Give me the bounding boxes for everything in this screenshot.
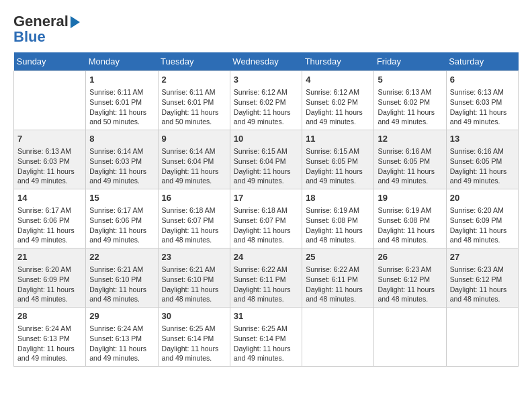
day-cell: 3Sunrise: 6:12 AMSunset: 6:02 PMDaylight… [230,71,302,130]
col-header-tuesday: Tuesday [158,52,230,71]
sunset-text: Sunset: 6:10 PM [89,275,154,285]
sunset-text: Sunset: 6:01 PM [162,97,226,107]
week-row-1: 1Sunrise: 6:11 AMSunset: 6:01 PMDaylight… [14,71,519,130]
sunrise-text: Sunrise: 6:11 AM [89,87,154,97]
day-number: 4 [306,74,370,86]
daylight-text: Daylight: 11 hours and 49 minutes. [306,167,370,186]
day-cell: 15Sunrise: 6:17 AMSunset: 6:06 PMDayligh… [86,189,158,248]
sunrise-text: Sunrise: 6:22 AM [306,265,370,275]
day-cell [446,307,518,366]
col-header-sunday: Sunday [14,52,86,71]
week-row-3: 14Sunrise: 6:17 AMSunset: 6:06 PMDayligh… [14,189,519,248]
daylight-text: Daylight: 11 hours and 49 minutes. [378,167,442,186]
daylight-text: Daylight: 11 hours and 48 minutes. [450,285,515,304]
day-number: 23 [162,251,226,263]
week-row-4: 21Sunrise: 6:20 AMSunset: 6:09 PMDayligh… [14,248,519,308]
day-cell: 4Sunrise: 6:12 AMSunset: 6:02 PMDaylight… [302,71,374,130]
day-cell [14,71,86,130]
day-cell [374,307,446,366]
logo-blue: Blue [13,28,80,46]
sunrise-text: Sunrise: 6:19 AM [378,205,442,216]
day-cell: 8Sunrise: 6:14 AMSunset: 6:03 PMDaylight… [86,130,158,189]
daylight-text: Daylight: 11 hours and 49 minutes. [450,167,515,186]
sunset-text: Sunset: 6:03 PM [450,97,515,107]
sunrise-text: Sunrise: 6:13 AM [450,87,515,97]
sunset-text: Sunset: 6:06 PM [17,216,82,226]
daylight-text: Daylight: 11 hours and 48 minutes. [306,285,370,304]
day-cell: 21Sunrise: 6:20 AMSunset: 6:09 PMDayligh… [14,248,86,308]
sunrise-text: Sunrise: 6:14 AM [162,146,226,156]
day-cell: 25Sunrise: 6:22 AMSunset: 6:11 PMDayligh… [302,248,374,308]
sunset-text: Sunset: 6:08 PM [306,216,370,226]
col-header-monday: Monday [86,52,158,71]
sunset-text: Sunset: 6:05 PM [378,156,442,167]
sunset-text: Sunset: 6:04 PM [234,156,298,167]
sunset-text: Sunset: 6:11 PM [234,275,298,285]
col-header-saturday: Saturday [446,52,518,71]
daylight-text: Daylight: 11 hours and 49 minutes. [89,226,154,245]
daylight-text: Daylight: 11 hours and 49 minutes. [450,107,515,127]
day-cell: 17Sunrise: 6:18 AMSunset: 6:07 PMDayligh… [230,189,302,248]
sunset-text: Sunset: 6:14 PM [234,334,298,344]
day-cell: 7Sunrise: 6:13 AMSunset: 6:03 PMDaylight… [14,130,86,189]
day-cell: 23Sunrise: 6:21 AMSunset: 6:10 PMDayligh… [158,248,230,308]
daylight-text: Daylight: 11 hours and 48 minutes. [306,226,370,245]
sunset-text: Sunset: 6:02 PM [234,97,298,107]
day-cell: 6Sunrise: 6:13 AMSunset: 6:03 PMDaylight… [446,71,518,130]
sunset-text: Sunset: 6:11 PM [306,275,370,285]
day-number: 19 [378,192,442,204]
logo-text: General [13,13,69,30]
sunset-text: Sunset: 6:12 PM [450,275,515,285]
sunset-text: Sunset: 6:02 PM [378,97,442,107]
sunrise-text: Sunrise: 6:11 AM [162,87,226,97]
day-number: 18 [306,192,370,204]
sunset-text: Sunset: 6:14 PM [162,334,226,344]
sunrise-text: Sunrise: 6:16 AM [450,146,515,156]
sunset-text: Sunset: 6:07 PM [162,216,226,226]
sunrise-text: Sunrise: 6:25 AM [162,324,226,334]
day-cell: 1Sunrise: 6:11 AMSunset: 6:01 PMDaylight… [86,71,158,130]
day-cell: 29Sunrise: 6:24 AMSunset: 6:13 PMDayligh… [86,307,158,366]
day-cell: 18Sunrise: 6:19 AMSunset: 6:08 PMDayligh… [302,189,374,248]
day-cell: 19Sunrise: 6:19 AMSunset: 6:08 PMDayligh… [374,189,446,248]
day-number: 27 [450,251,515,263]
sunrise-text: Sunrise: 6:16 AM [378,146,442,156]
day-cell: 14Sunrise: 6:17 AMSunset: 6:06 PMDayligh… [14,189,86,248]
col-header-wednesday: Wednesday [230,52,302,71]
sunrise-text: Sunrise: 6:17 AM [17,205,82,216]
logo: General Blue [13,13,80,46]
daylight-text: Daylight: 11 hours and 48 minutes. [234,226,298,245]
daylight-text: Daylight: 11 hours and 49 minutes. [89,344,154,363]
day-cell: 28Sunrise: 6:24 AMSunset: 6:13 PMDayligh… [14,307,86,366]
day-number: 12 [378,133,442,145]
daylight-text: Daylight: 11 hours and 49 minutes. [162,167,226,186]
day-number: 5 [378,74,442,86]
sunset-text: Sunset: 6:02 PM [306,97,370,107]
sunset-text: Sunset: 6:13 PM [89,334,154,344]
daylight-text: Daylight: 11 hours and 50 minutes. [89,107,154,127]
day-number: 29 [89,310,154,322]
day-number: 22 [89,251,154,263]
sunset-text: Sunset: 6:09 PM [17,275,82,285]
daylight-text: Daylight: 11 hours and 49 minutes. [234,344,298,363]
sunrise-text: Sunrise: 6:12 AM [306,87,370,97]
logo-arrow-icon [71,16,80,28]
sunset-text: Sunset: 6:12 PM [378,275,442,285]
day-cell: 9Sunrise: 6:14 AMSunset: 6:04 PMDaylight… [158,130,230,189]
daylight-text: Daylight: 11 hours and 48 minutes. [17,285,82,304]
daylight-text: Daylight: 11 hours and 50 minutes. [162,107,226,127]
sunset-text: Sunset: 6:04 PM [162,156,226,167]
daylight-text: Daylight: 11 hours and 49 minutes. [162,344,226,363]
day-number: 10 [234,133,298,145]
daylight-text: Daylight: 11 hours and 48 minutes. [162,226,226,245]
sunset-text: Sunset: 6:05 PM [450,156,515,167]
sunrise-text: Sunrise: 6:20 AM [450,205,515,216]
daylight-text: Daylight: 11 hours and 48 minutes. [378,285,442,304]
day-number: 16 [162,192,226,204]
day-number: 31 [234,310,298,322]
page-header: General Blue [13,13,519,46]
sunrise-text: Sunrise: 6:25 AM [234,324,298,334]
day-cell: 5Sunrise: 6:13 AMSunset: 6:02 PMDaylight… [374,71,446,130]
day-cell: 10Sunrise: 6:15 AMSunset: 6:04 PMDayligh… [230,130,302,189]
week-row-2: 7Sunrise: 6:13 AMSunset: 6:03 PMDaylight… [14,130,519,189]
